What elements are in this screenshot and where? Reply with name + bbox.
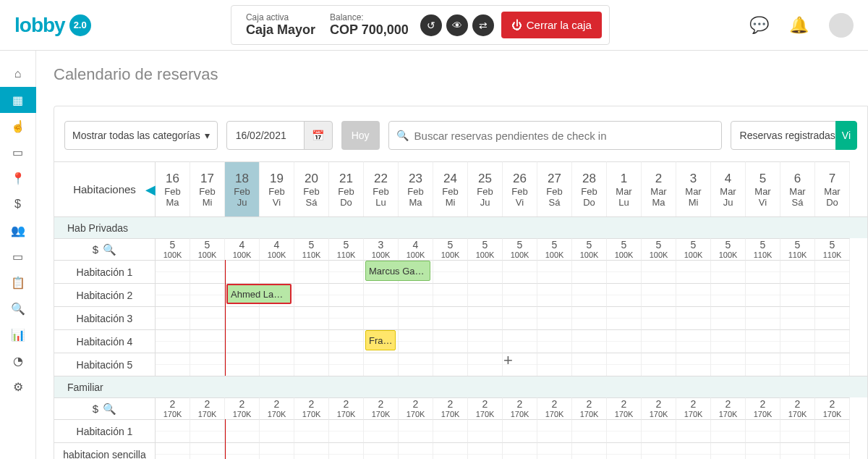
calendar-cell[interactable] [329,353,364,376]
calendar-cell[interactable] [642,283,676,306]
history-button[interactable]: ↺ [420,14,442,36]
calendar-cell[interactable] [537,260,572,283]
room-cells[interactable] [156,419,867,442]
calendar-cell[interactable] [607,260,642,283]
calendar-cell[interactable] [607,419,642,442]
calendar-cell[interactable] [607,283,642,306]
calendar-cell[interactable] [329,329,364,353]
calendar-cell[interactable] [399,306,433,329]
calendar-cell[interactable] [607,329,642,353]
calendar-cell[interactable] [780,419,815,442]
calendar-cell[interactable] [225,419,260,442]
booking[interactable]: Fra… [365,330,396,350]
calendar-cell[interactable] [746,353,780,376]
availability-cell[interactable]: 2170K [468,397,503,419]
calendar-cell[interactable] [815,353,850,376]
calendar-cell[interactable] [294,329,329,353]
sidebar-item-money[interactable]: $ [0,191,36,217]
search-input[interactable] [414,130,714,142]
room-cells[interactable]: Fra… [156,329,867,353]
day-header[interactable]: 20FebSá [294,161,329,216]
calendar-cell[interactable] [433,260,468,283]
calendar-cell[interactable] [503,306,537,329]
availability-cell[interactable]: 5100K [433,238,468,260]
calendar-cell[interactable] [711,442,746,459]
availability-cell[interactable]: 5100K [190,238,225,260]
calendar-cell[interactable] [225,329,260,353]
calendar-cell[interactable] [468,260,503,283]
calendar-cell[interactable] [329,283,364,306]
calendar-cell[interactable] [329,260,364,283]
room-cells[interactable]: Marcus Ga… [156,260,867,283]
availability-cell[interactable]: 2170K [815,397,850,419]
calendar-cell[interactable] [190,442,225,459]
calendar-cell[interactable] [503,329,537,353]
calendar-cell[interactable] [294,419,329,442]
day-header[interactable]: 17FebMi [190,161,225,216]
calendar-cell[interactable] [294,442,329,459]
calendar-cell[interactable] [468,283,503,306]
calendar-cell[interactable] [468,353,503,376]
calendar-cell[interactable] [399,329,433,353]
availability-cell[interactable]: 2170K [607,397,642,419]
calendar-cell[interactable] [746,419,780,442]
sidebar-item-clipboard[interactable]: 📋 [0,269,36,295]
availability-cell[interactable]: 5110K [746,238,780,260]
calendar-cell[interactable] [537,353,572,376]
calendar-cell[interactable] [156,329,190,353]
calendar-cell[interactable] [676,353,711,376]
day-header[interactable]: 25FebJu [468,161,503,216]
calendar-cell[interactable] [364,353,399,376]
calendar-cell[interactable] [294,353,329,376]
availability-cell[interactable]: 5100K [676,238,711,260]
calendar-cell[interactable] [433,353,468,376]
day-header[interactable]: 19FebVi [260,161,294,216]
calendar-cell[interactable] [676,419,711,442]
calendar-cell[interactable] [260,306,294,329]
calendar-cell[interactable] [190,353,225,376]
day-header[interactable]: 24FebMi [433,161,468,216]
calendar-cell[interactable] [537,306,572,329]
day-header[interactable]: 18FebJu [225,161,260,216]
room-cells[interactable]: Ahmed La… [156,283,867,306]
calendar-cell[interactable] [190,260,225,283]
calendar-cell[interactable] [156,306,190,329]
calendar-cell[interactable] [468,329,503,353]
availability-cell[interactable]: 2170K [537,397,572,419]
calendar-cell[interactable] [503,419,537,442]
sidebar-item-calendar[interactable]: ▦ [0,87,36,113]
availability-cell[interactable]: 2170K [780,397,815,419]
calendar-cell[interactable] [433,283,468,306]
view-button[interactable]: 👁 [446,14,468,36]
calendar-cell[interactable] [676,329,711,353]
sidebar-item-settings[interactable]: ⚙ [0,374,36,400]
calendar-cell[interactable] [746,283,780,306]
room-name[interactable]: Habitación 3 [54,306,156,329]
calendar-cell[interactable] [572,283,607,306]
calendar-cell[interactable] [156,442,190,459]
calendar-cell[interactable] [225,442,260,459]
availability-cell[interactable]: 2170K [572,397,607,419]
calendar-cell[interactable] [746,329,780,353]
calendar-cell[interactable] [329,442,364,459]
day-header[interactable]: 5MarVi [746,161,780,216]
availability-cell[interactable]: 2170K [156,397,190,419]
availability-cell[interactable]: 3100K [364,238,399,260]
sidebar-item-home[interactable]: ⌂ [0,61,36,87]
registered-filter-apply[interactable]: Vi [835,121,857,150]
availability-cell[interactable]: 2170K [294,397,329,419]
calendar-cell[interactable] [711,260,746,283]
calendar-cell[interactable] [607,353,642,376]
calendar-cell[interactable] [607,442,642,459]
calendar-cell[interactable] [190,329,225,353]
availability-cell[interactable]: 2170K [364,397,399,419]
calendar-cell[interactable] [329,306,364,329]
registered-filter-chip[interactable]: Reservas registradas [731,121,845,150]
day-header[interactable]: 22FebLu [364,161,399,216]
room-name[interactable]: Habitación 1 [54,419,156,442]
availability-cell[interactable]: 2170K [433,397,468,419]
calendar-cell[interactable] [537,283,572,306]
calendar-cell[interactable] [190,306,225,329]
availability-cell[interactable]: 2170K [676,397,711,419]
sidebar-item-location[interactable]: 📍 [0,165,36,191]
